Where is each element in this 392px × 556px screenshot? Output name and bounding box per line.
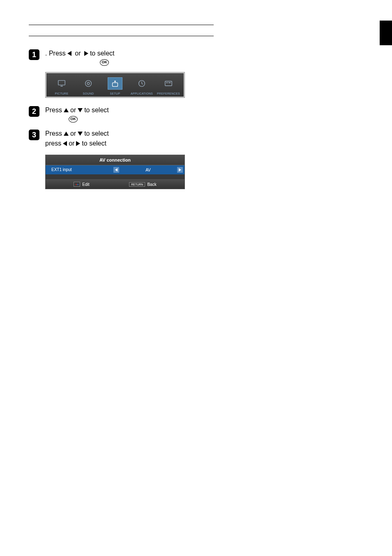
step-1-text: . Press or to select OK (45, 49, 115, 66)
step-3: 3 Press or to select press or to select (29, 129, 214, 148)
step-2: 2 Press or to select OK (29, 105, 214, 123)
footer-back-label: Back (147, 182, 156, 187)
menu-tab-setup[interactable]: SETUP (103, 77, 127, 95)
av-panel-footer: Edit RETURN Back (45, 179, 185, 189)
footer-edit-label: Edit (82, 182, 89, 187)
step-1: 1 . Press or to select OK (29, 49, 214, 66)
picture-icon (54, 77, 69, 90)
av-panel-spacer (45, 174, 185, 179)
left-arrow-icon (67, 51, 71, 56)
step-3-l2-press: press (45, 139, 61, 148)
step-1-text-mid: . Press (45, 49, 66, 58)
step-number-2: 2 (29, 106, 39, 117)
ok-button-icon: OK (69, 116, 78, 123)
up-arrow-icon (64, 108, 69, 112)
applications-icon (134, 77, 149, 90)
av-row-label: EXT1 input (48, 165, 112, 174)
menu-label-picture: PICTURE (55, 92, 69, 95)
sound-icon (81, 77, 96, 90)
step-2-press: Press (45, 105, 62, 115)
down-arrow-icon (78, 132, 83, 136)
color-dots-icon (74, 182, 80, 187)
svg-rect-7 (166, 82, 168, 83)
right-arrow-icon (76, 141, 80, 146)
av-connection-panel: AV connection EXT1 input AV Edit RETURN … (45, 155, 185, 189)
svg-rect-8 (168, 82, 171, 83)
step-2-rest: to select (84, 105, 109, 115)
osd-menu-tabs: PICTURE SOUND SETUP APPLICATIONS (45, 72, 185, 98)
step-1-rest: to select (90, 49, 115, 58)
step-3-l1-rest: to select (84, 129, 109, 139)
ok-button-icon: OK (100, 59, 109, 66)
menu-label-setup: SETUP (110, 92, 120, 95)
up-arrow-icon (64, 132, 69, 136)
svg-rect-0 (58, 81, 65, 85)
svg-rect-1 (60, 86, 63, 87)
page-edge-tab (380, 21, 392, 45)
step-3-l1-press: Press (45, 129, 62, 139)
svg-rect-6 (165, 81, 172, 86)
menu-tab-applications[interactable]: APPLICATIONS (130, 77, 154, 95)
step-2-text: Press or to select OK (45, 105, 109, 123)
step-3-l2-rest: to select (82, 139, 106, 148)
value-right-arrow[interactable] (177, 167, 183, 173)
value-left-arrow[interactable] (113, 167, 119, 173)
step-3-l2-or: or (69, 139, 74, 148)
step-3-text: Press or to select press or to select (45, 129, 109, 148)
footer-return[interactable]: RETURN Back (129, 182, 156, 187)
step-1-or: or (73, 49, 83, 58)
svg-point-3 (87, 82, 90, 85)
preferences-icon (161, 77, 176, 90)
av-panel-title: AV connection (45, 155, 185, 165)
step-number-3: 3 (29, 130, 39, 140)
step-number-1: 1 (29, 49, 39, 60)
return-badge: RETURN (129, 182, 145, 187)
step-2-or: or (70, 105, 76, 115)
menu-label-sound: SOUND (83, 92, 94, 95)
right-arrow-icon (84, 51, 88, 56)
menu-tab-sound[interactable]: SOUND (76, 77, 100, 95)
down-arrow-icon (78, 108, 83, 112)
av-row-ext1[interactable]: EXT1 input AV (45, 165, 185, 174)
menu-tab-preferences[interactable]: PREFERENCES (157, 77, 180, 95)
setup-icon (108, 77, 122, 90)
section-rule (29, 25, 214, 36)
av-row-value: AV (145, 168, 151, 172)
svg-rect-4 (113, 83, 118, 86)
left-arrow-icon (63, 141, 67, 146)
menu-label-applications: APPLICATIONS (131, 92, 153, 95)
step-3-l1-or: or (70, 129, 76, 139)
svg-point-2 (85, 81, 92, 87)
av-row-value-spinner[interactable]: AV (112, 165, 184, 174)
document-content: 1 . Press or to select OK PICTURE (0, 0, 230, 206)
menu-tab-picture[interactable]: PICTURE (50, 77, 74, 95)
menu-label-preferences: PREFERENCES (157, 92, 180, 95)
footer-edit[interactable]: Edit (74, 182, 89, 187)
